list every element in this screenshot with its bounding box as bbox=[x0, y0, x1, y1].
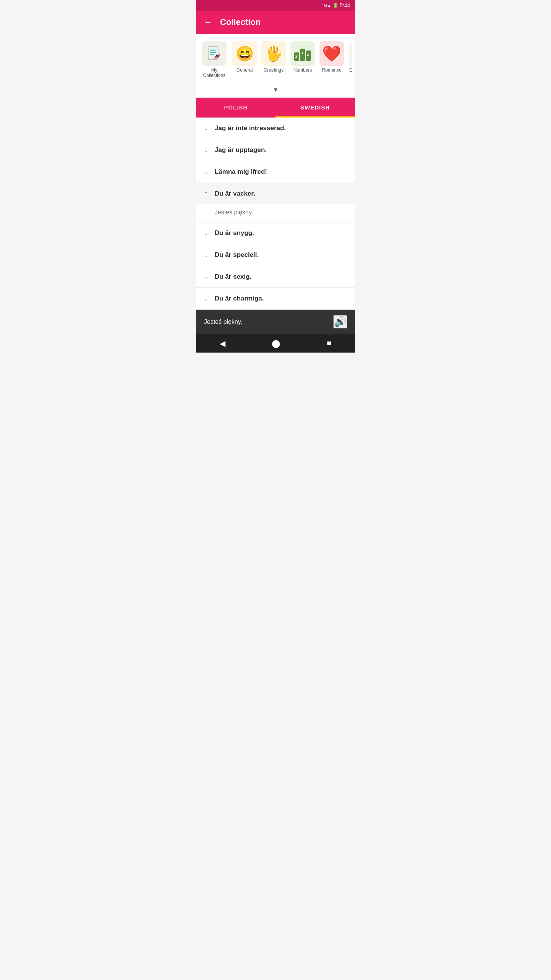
category-label-my-collections: My Collections bbox=[201, 67, 228, 78]
general-icon-wrap: 😄 bbox=[232, 41, 257, 66]
phrase-text-3: Lämna mig ifred! bbox=[215, 168, 267, 176]
chevron-icon-7: ⌄ bbox=[202, 274, 210, 280]
battery-icon: 🔋 bbox=[333, 3, 338, 8]
toolbar: ← Collection bbox=[196, 11, 355, 34]
category-section: My Collections 😄 General 🖐 Greetings 2 bbox=[196, 34, 355, 83]
nav-home-button[interactable]: ⬤ bbox=[264, 336, 288, 351]
nav-recent-button[interactable]: ■ bbox=[319, 336, 339, 351]
category-item-emergency[interactable]: + Emergency bbox=[347, 40, 352, 80]
my-collections-icon-wrap bbox=[202, 41, 227, 66]
phrase-text-7: Du är sexig. bbox=[215, 273, 251, 281]
tab-polish[interactable]: POLISH bbox=[196, 98, 276, 118]
phrase-item-8: ⌄ Du är charmiga. bbox=[196, 288, 355, 310]
phrase-item-2: ⌄ Jag är upptagen. bbox=[196, 139, 355, 161]
language-tabs: POLISH SWEDISH bbox=[196, 98, 355, 118]
speaker-icon: 🔊 bbox=[334, 316, 346, 327]
audio-bar-text: Jesteś piękny. bbox=[204, 318, 242, 325]
phrase-row-5[interactable]: ⌄ Du är snygg. bbox=[196, 222, 355, 244]
nav-back-icon: ◀ bbox=[220, 339, 225, 348]
back-button[interactable]: ← bbox=[202, 16, 214, 29]
category-item-greetings[interactable]: 🖐 Greetings bbox=[260, 40, 287, 80]
phrase-row-2[interactable]: ⌄ Jag är upptagen. bbox=[196, 139, 355, 161]
phrase-row-8[interactable]: ⌄ Du är charmiga. bbox=[196, 288, 355, 309]
signal-icon: 4G▲ bbox=[321, 3, 331, 8]
general-icon: 😄 bbox=[236, 45, 254, 62]
chevron-icon-5: ⌄ bbox=[202, 230, 210, 236]
romance-icon-wrap: ❤️ bbox=[320, 41, 344, 66]
chevron-up-icon-4: ⌄ bbox=[202, 191, 210, 197]
chevron-icon-8: ⌄ bbox=[202, 296, 210, 302]
status-time: 5:44 bbox=[340, 2, 350, 8]
category-row: My Collections 😄 General 🖐 Greetings 2 bbox=[199, 40, 352, 80]
chevron-icon-6: ⌄ bbox=[202, 252, 210, 258]
tab-swedish[interactable]: SWEDISH bbox=[276, 98, 355, 118]
category-item-general[interactable]: 😄 General bbox=[231, 40, 258, 80]
status-bar: 4G▲ 🔋 5:44 bbox=[196, 0, 355, 11]
phrase-row-1[interactable]: ⌄ Jag är inte intresserad. bbox=[196, 118, 355, 139]
phrase-text-8: Du är charmiga. bbox=[215, 295, 264, 302]
category-item-romance[interactable]: ❤️ Romance bbox=[318, 40, 346, 80]
chevron-icon-1: ⌄ bbox=[202, 125, 210, 131]
status-icons: 4G▲ 🔋 5:44 bbox=[321, 2, 350, 8]
numbers-icon-wrap: 2 1 3 bbox=[290, 41, 315, 66]
my-collections-icon bbox=[205, 44, 223, 63]
nav-back-button[interactable]: ◀ bbox=[212, 336, 233, 351]
chevron-icon-3: ⌄ bbox=[202, 169, 210, 175]
svg-rect-8 bbox=[300, 49, 305, 61]
nav-bar: ◀ ⬤ ■ bbox=[196, 334, 355, 353]
emergency-icon-wrap: + bbox=[349, 41, 352, 66]
phrase-text-6: Du är speciell. bbox=[215, 251, 259, 259]
chevron-down-icon: ▾ bbox=[274, 85, 277, 94]
phrase-row-7[interactable]: ⌄ Du är sexig. bbox=[196, 266, 355, 287]
phrase-row-6[interactable]: ⌄ Du är speciell. bbox=[196, 244, 355, 266]
phrase-item-1: ⌄ Jag är inte intresserad. bbox=[196, 118, 355, 139]
phrase-item-5: ⌄ Du är snygg. bbox=[196, 222, 355, 244]
phrase-item-6: ⌄ Du är speciell. bbox=[196, 244, 355, 266]
category-label-numbers: Numbers bbox=[293, 67, 312, 73]
phrase-text-5: Du är snygg. bbox=[215, 229, 254, 237]
phrase-item-4: ⌄ Du är vacker. Jesteś piękny. bbox=[196, 183, 355, 222]
romance-icon: ❤️ bbox=[322, 45, 341, 63]
category-label-romance: Romance bbox=[322, 67, 341, 73]
category-label-greetings: Greetings bbox=[264, 67, 284, 73]
numbers-icon: 2 1 3 bbox=[293, 45, 312, 62]
phrase-item-3: ⌄ Lämna mig ifred! bbox=[196, 161, 355, 183]
category-label-general: General bbox=[236, 67, 253, 73]
phrase-text-1: Jag är inte intresserad. bbox=[215, 124, 286, 132]
svg-text:2: 2 bbox=[295, 55, 297, 59]
translation-text-4: Jesteś piękny. bbox=[215, 209, 253, 216]
translation-row-4: Jesteś piękny. bbox=[196, 204, 355, 222]
phrase-row-3[interactable]: ⌄ Lämna mig ifred! bbox=[196, 161, 355, 183]
phrase-item-7: ⌄ Du är sexig. bbox=[196, 266, 355, 288]
greetings-icon-wrap: 🖐 bbox=[261, 41, 286, 66]
expand-categories-button[interactable]: ▾ bbox=[196, 83, 355, 98]
chevron-icon-2: ⌄ bbox=[202, 147, 210, 153]
category-label-emergency: Emergency bbox=[349, 67, 352, 73]
audio-bar: Jesteś piękny. 🔊 bbox=[196, 310, 355, 334]
category-item-numbers[interactable]: 2 1 3 Numbers bbox=[289, 40, 316, 80]
phrase-list: ⌄ Jag är inte intresserad. ⌄ Jag är uppt… bbox=[196, 118, 355, 310]
nav-home-icon: ⬤ bbox=[272, 339, 280, 348]
toolbar-title: Collection bbox=[220, 17, 261, 27]
phrase-list-container[interactable]: ⌄ Jag är inte intresserad. ⌄ Jag är uppt… bbox=[196, 118, 355, 310]
audio-play-button[interactable]: 🔊 bbox=[333, 315, 347, 328]
category-item-my-collections[interactable]: My Collections bbox=[199, 40, 229, 80]
phrase-text-4: Du är vacker. bbox=[215, 190, 255, 198]
phrase-text-2: Jag är upptagen. bbox=[215, 146, 267, 154]
svg-text:3: 3 bbox=[307, 53, 309, 57]
nav-recent-icon: ■ bbox=[327, 339, 331, 348]
svg-text:1: 1 bbox=[301, 51, 303, 55]
greetings-icon: 🖐 bbox=[265, 45, 283, 62]
phrase-row-4[interactable]: ⌄ Du är vacker. bbox=[196, 183, 355, 204]
